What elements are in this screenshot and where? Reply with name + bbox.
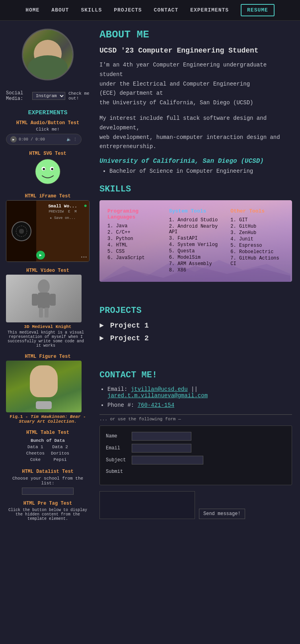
email-link-1[interactable]: jtvillan@ucsd.edu: [131, 386, 188, 392]
social-select[interactable]: Instgram Twitter LinkedIn: [32, 92, 65, 100]
table-cell: Cheetos: [23, 450, 48, 457]
project-1[interactable]: ► Project 1: [99, 322, 292, 330]
exp8-title: HTML Pre Tag Test: [6, 501, 90, 506]
skills-col2-title: System Tools: [169, 208, 223, 214]
svg-rect-7: [32, 294, 38, 306]
projects-title: PROJECTS: [99, 306, 292, 316]
skill-item: 1. GIT: [230, 217, 284, 223]
skill-item: 3. ZenHub: [230, 230, 284, 236]
project-1-arrow: ►: [99, 322, 104, 330]
social-label: Social Media:: [6, 90, 29, 101]
exp2-section: HTML SVG Test: [6, 151, 90, 187]
about-section: ABOUT ME UCSD '23 Computer Engineering S…: [99, 29, 292, 174]
name-label: Name: [106, 433, 128, 439]
skill-item: 7. GitHub Actions CI: [230, 256, 284, 267]
skill-item: 7. ARM Assembly: [169, 261, 223, 267]
exp7-section: HTML Datalist Test Choose your school fr…: [6, 469, 90, 495]
nav-home[interactable]: HOME: [25, 7, 39, 13]
skill-item: 1. Java: [107, 223, 161, 229]
degree-list: Bachelor of Science in Computer Engineer…: [99, 168, 292, 174]
contact-list: Email: jtvillan@ucsd.edu || jared.t.m.vi…: [99, 386, 292, 408]
skill-item: 3. FastAPI: [169, 236, 223, 241]
send-button[interactable]: Send message!: [199, 509, 245, 519]
email-input[interactable]: [132, 444, 191, 453]
exp5-section: HTML Figure Test Fig.1 - Tim Hawkinson: …: [6, 354, 90, 424]
email-row: Email: [106, 444, 286, 453]
table-row: Cheetos Doritos: [23, 450, 72, 457]
exp7-title: HTML Datalist Test: [6, 469, 90, 474]
audio-time: 0:00 / 0:00: [19, 137, 45, 142]
exp4-section: HTML Video Test 3D Medieval Knight This …: [6, 268, 90, 348]
exp3-title: HTML iFrame Test: [6, 193, 90, 199]
video-caption: 3D Medieval Knight: [6, 324, 90, 329]
bear-shape: [30, 365, 58, 397]
name-row: Name: [106, 432, 286, 441]
svg-rect-9: [39, 308, 43, 318]
nav-about[interactable]: ABOUT: [51, 7, 69, 13]
sidebar: Social Media: Instgram Twitter LinkedIn …: [0, 21, 95, 529]
iframe-dots[interactable]: •••: [81, 256, 87, 260]
or-form-label: ... or use the following form —: [99, 414, 292, 422]
subject-input[interactable]: [132, 456, 203, 464]
exp8-section: HTML Pre Tag Test Click the button below…: [6, 501, 90, 521]
skill-item: 5. Questa: [169, 248, 223, 254]
table-row: Data 1 Data 2: [23, 444, 72, 450]
table-cell: Data 1: [23, 444, 48, 450]
video-desc: This medieval knight is a visual represe…: [6, 330, 86, 348]
skills-col1-title: Programing Languages: [107, 208, 161, 220]
audio-menu-icon[interactable]: ⋮: [73, 137, 77, 142]
form-email-label: Email: [106, 445, 128, 451]
email-sep: ||: [191, 386, 198, 392]
phone-link[interactable]: 760-421-154: [138, 402, 174, 408]
skills-section: SKILLS Programing Languages 1. Java 2. C…: [99, 184, 292, 282]
about-subtitle: UCSD '23 Computer Engineering Student: [99, 47, 292, 55]
main-content: ABOUT ME UCSD '23 Computer Engineering S…: [95, 21, 300, 529]
nav-contact[interactable]: CONTACT: [154, 7, 179, 13]
submit-row: Submit: [106, 468, 286, 476]
datalist-input[interactable]: [22, 488, 74, 495]
skill-item: 4. Junit: [230, 236, 284, 242]
skill-item: 1. Android Studio: [169, 217, 223, 223]
email-item: Email: jtvillan@ucsd.edu || jared.t.m.vi…: [107, 386, 292, 399]
svg-face: [34, 158, 62, 185]
message-textarea[interactable]: [99, 491, 195, 519]
iframe-play-btn[interactable]: ▶: [36, 251, 45, 260]
skills-list-1: 1. Java 2. C/C++ 3. Python 4. HTML 5. CS…: [107, 223, 161, 261]
submit-button[interactable]: Submit: [106, 468, 123, 476]
table-cell: Data 2: [48, 444, 72, 450]
contact-section: CONTACT ME! Email: jtvillan@ucsd.edu || …: [99, 370, 292, 519]
skills-col-2: System Tools 1. Android Studio 2. Androi…: [169, 208, 223, 274]
nav-resume[interactable]: RESUME: [241, 4, 275, 16]
datalist-label: Choose your school from the list:: [6, 476, 90, 486]
exp1-title: HTML Audio/Button Test: [6, 120, 90, 126]
avatar: [22, 29, 74, 80]
project-2-arrow: ►: [99, 334, 104, 342]
experiments-title: EXPERIMENTS: [6, 109, 90, 116]
name-input[interactable]: [132, 432, 191, 441]
subject-row: Subject: [106, 456, 286, 464]
skill-item: 2. GitHub: [230, 224, 284, 229]
skills-col-1: Programing Languages 1. Java 2. C/C++ 3.…: [107, 208, 161, 274]
play-button[interactable]: ▶: [10, 136, 17, 142]
nav-projects[interactable]: PROJECTS: [114, 7, 142, 13]
svg-point-0: [35, 159, 60, 184]
nav-skills[interactable]: SKILLS: [81, 7, 102, 13]
exp1-click[interactable]: Click me!: [6, 127, 90, 132]
skills-col-3: Other Tools 1. GIT 2. GitHub 3. ZenHub 4…: [230, 208, 284, 274]
nav-experiments[interactable]: EXPERIMENTS: [190, 7, 229, 13]
email-label: Email:: [107, 386, 127, 392]
iframe-save[interactable]: ★ Save on...: [38, 216, 87, 220]
exp6-title: HTML Table Test: [6, 430, 90, 435]
contact-form: Name Email Subject Submit: [99, 425, 292, 485]
table-cell: Pepsi: [48, 457, 72, 463]
svg-rect-10: [45, 308, 49, 318]
project-2[interactable]: ► Project 2: [99, 334, 292, 342]
skill-item: 4. HTML: [107, 242, 161, 248]
check-me-out-link[interactable]: Check me out!: [68, 91, 90, 101]
about-desc1: I'm an 4th year Computer Engineering und…: [99, 60, 292, 108]
contact-title: CONTACT ME!: [99, 370, 292, 380]
skills-box: Programing Languages 1. Java 2. C/C++ 3.…: [99, 200, 292, 282]
audio-player[interactable]: ▶ 0:00 / 0:00 🔈 ⋮: [6, 134, 82, 145]
email-link-2[interactable]: jared.t.m.villanueva@gmail.com: [107, 392, 208, 399]
vinyl-record: [12, 221, 31, 241]
